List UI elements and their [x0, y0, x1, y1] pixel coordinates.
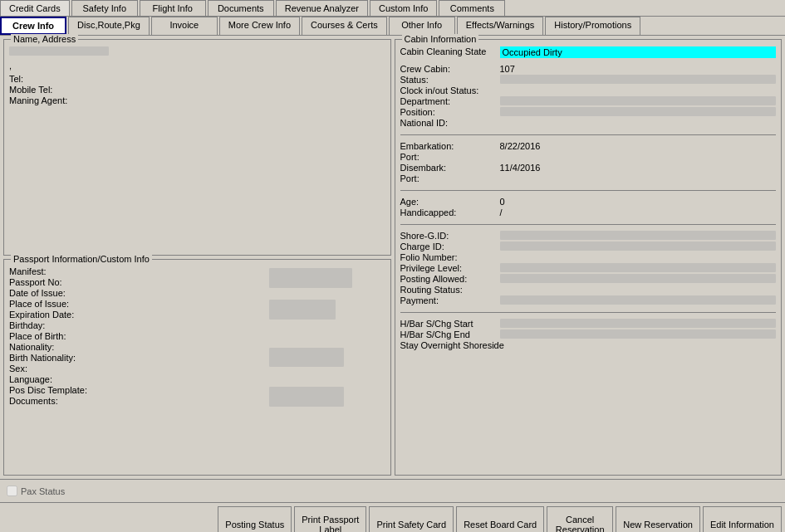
- cleaning-state-label: Cabin Cleaning State: [400, 46, 500, 58]
- manifest-label: Manifest:: [9, 266, 109, 276]
- embarkation-value: 8/22/2016: [500, 141, 777, 151]
- cabin-info-title: Cabin Information: [402, 34, 479, 44]
- birth-nationality-label: Birth Nationality:: [9, 353, 109, 363]
- routing-label: Routing Status:: [400, 285, 500, 295]
- comma-value: ,: [9, 61, 385, 71]
- name-address-title: Name, Address: [11, 34, 78, 44]
- age-label: Age:: [400, 197, 500, 207]
- posting-status-button[interactable]: Posting Status: [218, 506, 292, 533]
- tab-documents[interactable]: Documents: [208, 0, 274, 16]
- manning-label: Maning Agent:: [9, 95, 109, 105]
- charge-id-label: Charge ID:: [400, 242, 500, 251]
- cabin-section-1: Crew Cabin:107 Status: Clock in/out Stat…: [400, 61, 777, 131]
- place-issue-label: Place of Issue:: [9, 299, 109, 309]
- divider-4: [400, 312, 777, 313]
- national-id-label: National ID:: [400, 118, 500, 128]
- payment-value: [500, 295, 777, 305]
- age-value: 0: [500, 197, 777, 207]
- print-passport-button[interactable]: Print PassportLabel: [294, 506, 366, 533]
- payment-label: Payment:: [400, 295, 500, 305]
- privilege-label: Privilege Level:: [400, 263, 500, 273]
- print-safety-button[interactable]: Print Safety Card: [369, 506, 454, 533]
- passport-info-group: Passport Information/Custom Info Manifes…: [3, 259, 391, 476]
- folio-label: Folio Number:: [400, 252, 500, 262]
- cabin-section-5: H/Bar S/Chg Start H/Bar S/Chg End Stay O…: [400, 316, 777, 354]
- crew-cabin-label: Crew Cabin:: [400, 64, 500, 74]
- position-label: Position:: [400, 107, 500, 117]
- tel-row: Tel:: [9, 74, 385, 84]
- cleaning-state-row: Cabin Cleaning State Occupied Dirty: [400, 46, 777, 58]
- national-id-value: [500, 118, 777, 128]
- pax-status-checkbox[interactable]: [7, 486, 17, 496]
- tab-flight-info[interactable]: Flight Info: [140, 0, 206, 16]
- tel-value: [109, 74, 385, 84]
- tab-crew-info[interactable]: Crew Info: [0, 17, 66, 35]
- left-panel: Name, Address , Tel: Mobile Tel: Maning …: [3, 39, 391, 476]
- posting-label: Posting Allowed:: [400, 274, 500, 284]
- place-birth-label: Place of Birth:: [9, 331, 109, 341]
- shore-id-label: Shore-G.ID:: [400, 231, 500, 241]
- passport-blurred-1: [269, 268, 352, 288]
- cabin-section-4: Shore-G.ID: Charge ID: Folio Number: Pri…: [400, 228, 777, 309]
- pax-status-label: Pax Status: [21, 486, 65, 496]
- hbar-end-label: H/Bar S/Chg End: [400, 329, 500, 339]
- language-label: Language:: [9, 374, 109, 384]
- tab-safety-info[interactable]: Safety Info: [71, 0, 138, 16]
- new-reservation-button[interactable]: New Reservation: [616, 506, 700, 533]
- passport-blurred-3: [269, 348, 344, 368]
- disembark-label: Disembark:: [400, 163, 500, 173]
- name-address-group: Name, Address , Tel: Mobile Tel: Maning …: [3, 39, 391, 256]
- tab-other-info[interactable]: Other Info: [389, 17, 455, 35]
- right-panel: Cabin Information Cabin Cleaning State O…: [395, 39, 783, 476]
- port2-value: [500, 173, 777, 183]
- button-bar: Posting Status Print PassportLabel Print…: [0, 502, 785, 532]
- cancel-reservation-button[interactable]: CancelReservation: [547, 506, 613, 533]
- tab-effects-warnings[interactable]: Effects/Warnings: [457, 17, 544, 35]
- divider-2: [400, 190, 777, 191]
- mobile-row: Mobile Tel:: [9, 85, 385, 95]
- tab-revenue-analyzer[interactable]: Revenue Analyzer: [276, 0, 368, 16]
- hbar-start-value: [500, 319, 777, 328]
- folio-value: [500, 252, 777, 262]
- tab-more-crew-info[interactable]: More Crew Info: [219, 17, 300, 35]
- documents-label: Documents:: [9, 396, 109, 406]
- tab-custom-info[interactable]: Custom Info: [370, 0, 437, 16]
- tab-comments[interactable]: Comments: [439, 0, 505, 16]
- cabin-section-2: Embarkation:8/22/2016 Port: Disembark:11…: [400, 139, 777, 187]
- birthday-label: Birthday:: [9, 320, 109, 330]
- sex-label: Sex:: [9, 364, 109, 373]
- privilege-value: [500, 263, 777, 272]
- nationality-label: Nationality:: [9, 342, 109, 352]
- status-value: [500, 75, 777, 84]
- handicapped-value: /: [500, 207, 777, 217]
- bottom-area: Pax Status: [0, 479, 785, 502]
- clock-value: [500, 85, 777, 95]
- reset-board-button[interactable]: Reset Board Card: [456, 506, 544, 533]
- charge-id-value: [500, 242, 777, 251]
- tab-row-1: Credit Cards Safety Info Flight Info Doc…: [0, 0, 785, 17]
- handicapped-label: Handicapped:: [400, 207, 500, 217]
- tab-history-promotions[interactable]: History/Promotions: [545, 17, 640, 35]
- passport-blurred-4: [269, 387, 344, 407]
- pax-status-checkbox-label[interactable]: Pax Status: [7, 486, 65, 496]
- status-label: Status:: [400, 75, 500, 85]
- pos-disc-label: Pos Disc Template:: [9, 385, 109, 395]
- embarkation-label: Embarkation:: [400, 141, 500, 151]
- hbar-start-label: H/Bar S/Chg Start: [400, 319, 500, 329]
- department-label: Department:: [400, 96, 500, 106]
- position-value: [500, 107, 777, 116]
- edit-information-button[interactable]: Edit Information: [703, 506, 782, 533]
- hbar-end-value: [500, 329, 777, 339]
- main-content: Name, Address , Tel: Mobile Tel: Maning …: [0, 36, 785, 479]
- tab-invoice[interactable]: Invoice: [151, 17, 218, 35]
- cabin-section-3: Age:0 Handicapped:/: [400, 194, 777, 221]
- tel-label: Tel:: [9, 74, 109, 84]
- cabin-info-group: Cabin Information Cabin Cleaning State O…: [395, 39, 783, 476]
- passport-blurred-2: [269, 300, 336, 320]
- department-value: [500, 96, 777, 105]
- passport-info-title: Passport Information/Custom Info: [11, 254, 152, 264]
- tab-disc-route-pkg[interactable]: Disc,Route,Pkg: [68, 17, 150, 35]
- tab-row-2: Crew Info Disc,Route,Pkg Invoice More Cr…: [0, 17, 785, 36]
- tab-credit-cards[interactable]: Credit Cards: [0, 0, 70, 16]
- tab-courses-certs[interactable]: Courses & Certs: [302, 17, 387, 35]
